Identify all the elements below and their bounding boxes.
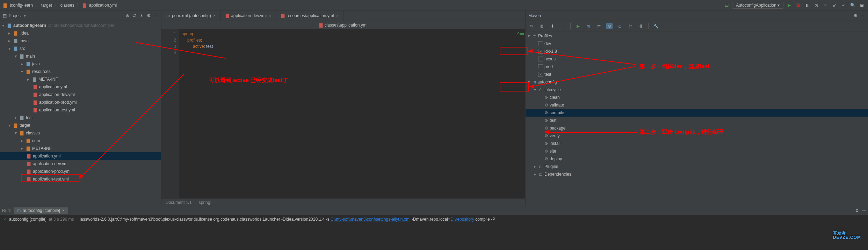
gear-icon[interactable]: ⚙ — [855, 208, 859, 213]
expand-icon[interactable]: ⇊ — [638, 23, 644, 29]
select-opened-icon[interactable]: ⊕ — [126, 13, 129, 18]
maven-goal-package[interactable]: ⚙package — [526, 124, 868, 132]
hide-icon[interactable]: — — [861, 13, 865, 18]
tree-folder[interactable]: ▾▇src — [0, 45, 161, 52]
tree-project-root[interactable]: ▾▇autoconfig-learnD:\project\opensource\… — [0, 22, 161, 29]
checkbox-checked[interactable] — [538, 72, 543, 77]
tree-folder[interactable]: ▾▇target — [0, 122, 161, 129]
console-link[interactable]: C:\my-soft\maven3\conf\settings-aliyun.x… — [331, 217, 411, 222]
checkbox-unchecked[interactable] — [538, 41, 543, 46]
skip-tests-icon[interactable]: ⊘ — [606, 23, 613, 29]
breadcrumb-item[interactable]: ▇tconfig-learn — [2, 3, 34, 8]
tree-file[interactable]: ▇application-prod.yml — [0, 168, 161, 175]
maven-profile-test[interactable]: test — [526, 71, 868, 78]
tree-folder[interactable]: ▸▇test — [0, 114, 161, 122]
tree-folder[interactable]: ▸▇META-INF — [0, 145, 161, 152]
show-deps-icon[interactable]: ⊙ — [617, 23, 623, 29]
execute-goal-icon[interactable]: m — [585, 23, 592, 29]
breadcrumb-item[interactable]: ▇application.yml — [81, 3, 118, 8]
maven-goal-verify[interactable]: ⚙verify — [526, 132, 868, 140]
git-update-icon[interactable]: ↙ — [831, 2, 838, 9]
tree-folder[interactable]: ▸▇.mvn — [0, 37, 161, 45]
maven-goal-clean[interactable]: ⚙clean — [526, 94, 868, 101]
inspection-indicator-icon[interactable]: ✓▬ — [516, 31, 524, 36]
maven-deps-node[interactable]: ▸🗀Dependencies — [526, 170, 868, 178]
editor-code[interactable]: spring: profiles: active: test — [179, 29, 525, 198]
gear-icon[interactable]: ⚙ — [147, 13, 151, 18]
maven-tree[interactable]: ▾🗀Profiles dev jdk-1.8 nexus prod test ▾… — [526, 31, 868, 206]
collapse-all-icon[interactable]: ✶ — [140, 13, 143, 18]
tree-folder[interactable]: ▾▇resources — [0, 68, 161, 75]
tree-file[interactable]: ▇application-dev.yml — [0, 160, 161, 168]
add-icon[interactable]: + — [560, 23, 566, 29]
editor-tab[interactable]: mpom.xml (autoconfig)× — [161, 10, 221, 21]
close-icon[interactable]: × — [336, 13, 338, 18]
maven-module-node[interactable]: ▾mautoconfig — [526, 78, 868, 86]
toggle-offline-icon[interactable]: ⇄ — [596, 23, 602, 29]
lifecycle-icon: 🗀 — [539, 87, 543, 92]
maven-goal-test[interactable]: ⚙test — [526, 117, 868, 124]
reimport-icon[interactable]: ⟳ — [528, 23, 535, 29]
maven-profile-prod[interactable]: prod — [526, 63, 868, 71]
settings-icon[interactable]: 🔧 — [653, 23, 659, 29]
maven-lifecycle-node[interactable]: ▾🗀Lifecycle — [526, 86, 868, 94]
tree-file[interactable]: ▇application-prod.yml — [0, 98, 161, 106]
expand-all-icon[interactable]: ⇵ — [133, 13, 136, 18]
tree-folder[interactable]: ▸▇.idea — [0, 29, 161, 37]
editor-gutter[interactable]: 1 2 3 4 — [161, 29, 179, 198]
close-icon[interactable]: × — [62, 208, 65, 213]
maven-profile-jdk[interactable]: jdk-1.8 — [526, 47, 868, 55]
tree-folder[interactable]: ▸▇java — [0, 60, 161, 68]
tree-file[interactable]: ▇application-test.yml — [0, 175, 161, 183]
maven-goal-site[interactable]: ⚙site — [526, 147, 868, 155]
breadcrumb-item[interactable]: classes — [59, 3, 76, 8]
run-console[interactable]: ✓ autoconfig [compile]: at 3 s 296 ms la… — [0, 215, 868, 250]
maven-profile-nexus[interactable]: nexus — [526, 55, 868, 63]
stop-icon[interactable]: ■ — [822, 2, 829, 9]
maven-plugins-node[interactable]: ▸🗀Plugins — [526, 163, 868, 170]
collapse-icon[interactable]: ⇈ — [627, 23, 634, 29]
tree-folder[interactable]: ▾▇main — [0, 52, 161, 60]
tree-file[interactable]: ▇application-dev.yml — [0, 91, 161, 98]
checkbox-unchecked[interactable] — [538, 64, 543, 69]
close-icon[interactable]: × — [213, 13, 216, 18]
run-icon[interactable]: ▶ — [575, 23, 581, 29]
tree-folder[interactable]: ▸▇com — [0, 137, 161, 145]
breadcrumb-item[interactable]: target — [40, 3, 53, 8]
maven-goal-deploy[interactable]: ⚙deploy — [526, 155, 868, 163]
tree-folder[interactable]: ▸▇META-INF — [0, 75, 161, 83]
editor-tab[interactable]: ▇application-dev.yml× — [221, 10, 276, 21]
run-icon[interactable]: ▶ — [786, 2, 793, 9]
build-icon[interactable]: ⬓ — [723, 2, 730, 9]
tree-file[interactable]: ▇application.yml — [0, 83, 161, 91]
run-config-selector[interactable]: AutoconfigApplication ▾ — [732, 2, 783, 9]
hide-icon[interactable]: — — [154, 13, 158, 18]
settings-icon[interactable]: ▣ — [858, 2, 865, 9]
goal-icon: ⚙ — [544, 110, 548, 115]
project-tree[interactable]: ▾▇autoconfig-learnD:\project\opensource\… — [0, 21, 161, 206]
maven-goal-compile[interactable]: ⚙compile — [526, 109, 868, 117]
editor-tab[interactable]: ▇resources\application.yml× — [276, 10, 343, 21]
maven-profiles-node[interactable]: ▾🗀Profiles — [526, 32, 868, 40]
console-link[interactable]: D:\repository — [450, 217, 474, 222]
run-tab[interactable]: mautoconfig [compile]× — [14, 207, 68, 214]
checkbox-checked[interactable] — [538, 49, 543, 54]
debug-icon[interactable]: 🐞 — [795, 2, 802, 9]
maven-profile-dev[interactable]: dev — [526, 40, 868, 47]
gear-icon[interactable]: ⚙ — [854, 13, 858, 18]
profile-icon[interactable]: ◷ — [813, 2, 820, 9]
coverage-icon[interactable]: ◧ — [804, 2, 811, 9]
download-icon[interactable]: ⬇ — [549, 23, 556, 29]
checkbox-unchecked[interactable] — [538, 57, 543, 61]
search-icon[interactable]: 🔍 — [849, 2, 856, 9]
dropdown-icon[interactable]: ▾ — [24, 13, 26, 18]
maven-goal-validate[interactable]: ⚙validate — [526, 101, 868, 109]
tree-folder[interactable]: ▾▇classes — [0, 129, 161, 137]
hide-icon[interactable]: — — [862, 208, 866, 213]
tree-file[interactable]: ▇application-test.yml — [0, 106, 161, 114]
git-commit-icon[interactable]: ✓ — [840, 2, 847, 9]
maven-goal-install[interactable]: ⚙install — [526, 140, 868, 147]
generate-sources-icon[interactable]: 🗎 — [539, 23, 545, 29]
tree-file-selected[interactable]: ▇application.yml — [0, 152, 161, 160]
close-icon[interactable]: × — [269, 13, 271, 18]
